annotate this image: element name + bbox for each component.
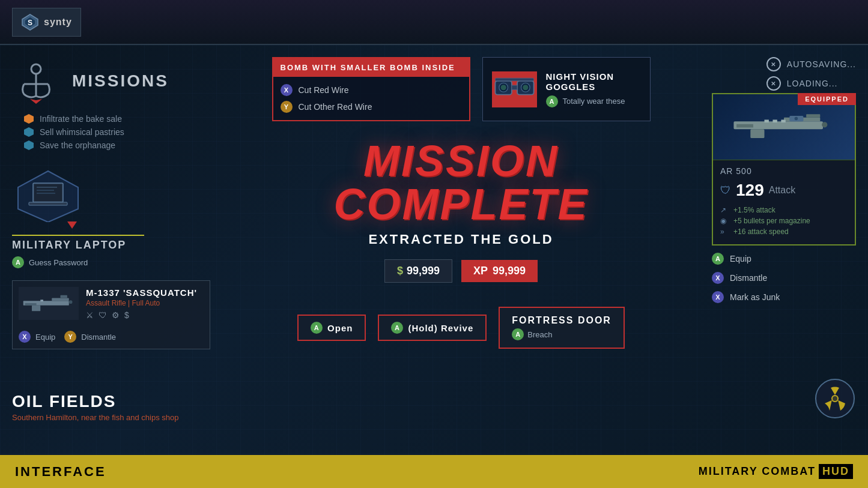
bomb-btn-2[interactable]: Y (281, 101, 293, 113)
weapon-equip-btn[interactable]: X (19, 331, 31, 343)
equip-action-btn[interactable]: A (712, 253, 724, 265)
open-btn-key[interactable]: A (311, 322, 323, 334)
missions-header: MISSIONS (12, 57, 210, 105)
fortress-btn-key[interactable]: A (512, 328, 524, 340)
bottom-bar: INTERFACE MILITARY COMBAT HUD (0, 455, 868, 488)
equip-action-label: Equip (730, 254, 751, 264)
dismantle-action-btn[interactable]: X (712, 272, 724, 284)
bomb-card: BOMB WITH SMALLER BOMB INSIDE X Cut Red … (272, 57, 470, 121)
mission-hex-3 (24, 140, 34, 150)
hud-bracket: HUD (819, 464, 853, 479)
weapon-equip-action[interactable]: X Equip (19, 331, 55, 343)
mission-subtitle: EXTRACTED THE GOLD (368, 232, 553, 247)
bottom-left-text: INTERFACE (15, 464, 106, 480)
weapon-name: M-1337 'SASSQUATCH' (86, 288, 197, 298)
equipped-weapon-icon (727, 107, 841, 146)
stat-icon-2: ◉ (720, 217, 730, 225)
attack-number: 129 (736, 181, 764, 200)
svg-rect-20 (40, 300, 43, 301)
autosave-area: ✕ AUTOSAVING... ✕ LOADING... (766, 57, 856, 91)
bomb-action-1[interactable]: X Cut Red Wire (281, 84, 462, 96)
loading-item: ✕ LOADING... (766, 76, 856, 91)
reward-xp: XP 99,999 (461, 260, 538, 282)
autosave-label: AUTOSAVING... (787, 59, 856, 69)
weapon-thumb (19, 287, 79, 320)
synty-logo-icon: S (21, 13, 39, 31)
weapon-icon-gun: ⚔ (86, 310, 94, 320)
weapon-icons-row: ⚔ 🛡 ⚙ $ (86, 310, 197, 320)
svg-point-27 (523, 85, 528, 90)
mission-list: Infiltrate the bake sale Sell whimsical … (24, 114, 210, 150)
dismantle-action-label: Dismantle (730, 273, 767, 283)
junk-action-btn[interactable]: X (712, 291, 724, 303)
svg-rect-16 (60, 295, 67, 298)
equip-action-item[interactable]: A Equip (712, 252, 856, 266)
equipped-attack: 🛡 129 Attack (720, 181, 848, 200)
fortress-button[interactable]: FORTRESS DOOR A Breach (499, 307, 625, 349)
open-button[interactable]: A Open (297, 315, 366, 341)
weapon-icon-shield: 🛡 (99, 310, 107, 320)
autosave-icon: ✕ (766, 57, 781, 71)
svg-rect-15 (52, 298, 69, 301)
equipped-name: AR 500 (720, 166, 848, 176)
equipped-card: EQUIPPED A (712, 93, 856, 246)
bomb-card-body: X Cut Red Wire Y Cut Other Red Wire (273, 77, 469, 120)
laptop-section: MILITARY LAPTOP A Guess Password (12, 168, 210, 268)
fortress-action[interactable]: A Breach (512, 328, 552, 340)
reward-row: $ 99,999 XP 99,999 (384, 259, 538, 283)
laptop-action-btn[interactable]: A (12, 256, 24, 268)
weapon-icon-dollar: $ (124, 310, 129, 320)
goggles-icon (492, 73, 537, 106)
svg-rect-18 (25, 303, 36, 306)
laptop-action[interactable]: A Guess Password (12, 256, 88, 268)
equipped-badge: EQUIPPED (798, 93, 856, 105)
nuclear-icon-container (814, 378, 856, 422)
stat-row-2: ◉ +5 bullets per magazine (720, 217, 848, 225)
top-bar: S synty (0, 0, 868, 45)
oil-fields-title: OIL FIELDS (12, 392, 179, 411)
bomb-action-2[interactable]: Y Cut Other Red Wire (281, 101, 462, 113)
junk-action-item[interactable]: X Mark as Junk (712, 290, 856, 304)
weapon-type: Assault Rifle | Full Auto (86, 299, 197, 307)
weapon-dismantle-btn[interactable]: Y (64, 331, 76, 343)
stat-icon-1: ↗ (720, 206, 730, 214)
revive-btn-key[interactable]: A (391, 322, 403, 334)
goggles-action[interactable]: A Totally wear these (546, 95, 641, 107)
mission-complete-title: MISSION COMPLETE (234, 139, 688, 226)
equipped-details: AR 500 🛡 129 Attack ↗ +1.5% attack ◉ +5 … (713, 160, 855, 244)
bottom-right-text: MILITARY COMBAT HUD (699, 464, 853, 479)
dismantle-action-item[interactable]: X Dismantle (712, 271, 856, 285)
attack-label: Attack (769, 185, 795, 196)
weapon-dismantle-action[interactable]: Y Dismantle (64, 331, 116, 343)
goggles-btn[interactable]: A (546, 95, 558, 107)
loading-label: LOADING... (787, 79, 838, 88)
svg-point-42 (833, 396, 837, 401)
mission-item-1: Infiltrate the bake sale (24, 114, 210, 124)
svg-point-39 (795, 117, 798, 121)
svg-rect-9 (34, 184, 62, 201)
fortress-title: FORTRESS DOOR (512, 315, 612, 326)
center-panel: BOMB WITH SMALLER BOMB INSIDE X Cut Red … (222, 45, 700, 455)
weapon-thumb-icon (20, 289, 77, 319)
svg-point-34 (822, 122, 827, 127)
weapon-info: M-1337 'SASSQUATCH' Assault Rifle | Full… (86, 288, 197, 320)
weapon-card-header: M-1337 'SASSQUATCH' Assault Rifle | Full… (19, 287, 204, 320)
xp-label: XP (473, 265, 488, 277)
svg-rect-32 (750, 129, 764, 138)
revive-button[interactable]: A (Hold) Revive (378, 315, 487, 341)
goggles-info: NIGHT VISION GOGGLES A Totally wear thes… (546, 71, 641, 107)
nuclear-icon (814, 378, 856, 420)
weapon-icon-gear: ⚙ (112, 310, 120, 320)
svg-rect-37 (781, 119, 785, 122)
svg-point-3 (31, 64, 41, 74)
bomb-btn-1[interactable]: X (281, 84, 293, 96)
svg-rect-33 (736, 124, 753, 128)
oil-fields-subtitle: Southern Hamilton, near the fish and chi… (12, 413, 179, 422)
goggles-title: NIGHT VISION GOGGLES (546, 71, 641, 92)
laptop-hex-icon (12, 168, 84, 222)
money-value: 99,999 (407, 265, 440, 277)
junk-action-label: Mark as Junk (730, 292, 780, 302)
mission-item-2: Sell whimsical pastries (24, 127, 210, 137)
reward-money: $ 99,999 (384, 259, 452, 283)
stat-icon-3: » (720, 227, 730, 236)
